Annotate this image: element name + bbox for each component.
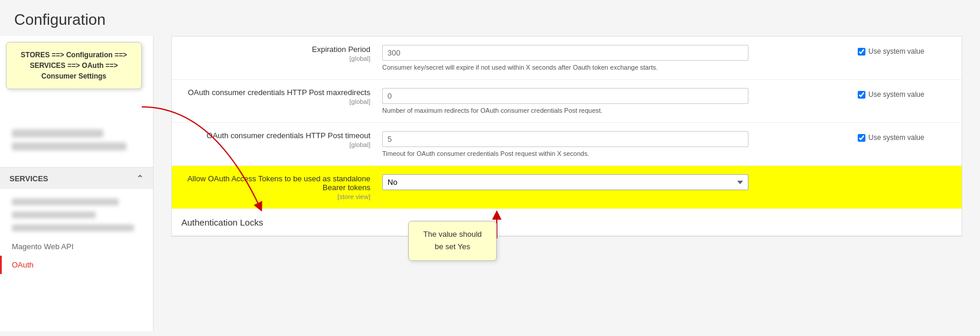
- sidebar-item-magento-web-api[interactable]: Magento Web API: [0, 237, 153, 256]
- use-system-value-expiration: Use system value: [858, 45, 952, 56]
- config-row-expiration: Expiration Period [global] Consumer key/…: [172, 37, 962, 80]
- page-title: Configuration: [0, 0, 980, 36]
- sidebar-tooltip: STORES ==> Configuration ==> SERVICES ==…: [6, 42, 142, 89]
- layout: STORES ==> Configuration ==> SERVICES ==…: [0, 36, 980, 331]
- config-label-expiration: Expiration Period [global]: [181, 45, 382, 62]
- annotation-tooltip-text: The value should be set Yes: [408, 221, 497, 261]
- blurred-item: [12, 211, 96, 218]
- blurred-item: [12, 129, 103, 138]
- use-system-value-bearer: [858, 174, 952, 177]
- config-row-maxredirects: OAuth consumer credentials HTTP Post max…: [172, 80, 962, 123]
- sidebar-section-header: SERVICES ⌃: [0, 168, 153, 189]
- blurred-item: [12, 198, 119, 205]
- blurred-item: [12, 142, 126, 151]
- auth-locks-header: Authentication Locks: [172, 209, 962, 236]
- sidebar-blurred-nav: [0, 119, 153, 161]
- chevron-up-icon: ⌃: [136, 174, 144, 183]
- use-system-value-maxredirects: Use system value: [858, 88, 952, 99]
- use-system-value-timeout: Use system value: [858, 131, 952, 142]
- page-wrapper: Configuration STORES ==> Configuration =…: [0, 0, 980, 331]
- config-label-maxredirects: OAuth consumer credentials HTTP Post max…: [181, 88, 382, 105]
- sidebar-item-oauth[interactable]: OAuth: [0, 256, 153, 274]
- timeout-help: Timeout for OAuth consumer credentials P…: [382, 150, 748, 157]
- sidebar-items: Magento Web API OAuth: [0, 189, 153, 278]
- config-input-maxredirects-col: Number of maximum redirects for OAuth co…: [382, 88, 858, 114]
- maxredirects-input[interactable]: [382, 88, 748, 104]
- annotation-tooltip-bearer: The value should be set Yes: [408, 221, 497, 261]
- bearer-tokens-select[interactable]: No Yes: [382, 174, 748, 190]
- sidebar: STORES ==> Configuration ==> SERVICES ==…: [0, 36, 154, 331]
- main-content: Expiration Period [global] Consumer key/…: [154, 36, 980, 331]
- config-input-timeout-col: Timeout for OAuth consumer credentials P…: [382, 131, 858, 157]
- use-system-value-checkbox-expiration[interactable]: [858, 48, 865, 56]
- auth-locks-wrapper: Authentication Locks The value: [172, 209, 962, 236]
- use-system-value-checkbox-timeout[interactable]: [858, 134, 865, 142]
- maxredirects-help: Number of maximum redirects for OAuth co…: [382, 107, 748, 114]
- use-system-value-checkbox-maxredirects[interactable]: [858, 91, 865, 99]
- config-section: Expiration Period [global] Consumer key/…: [171, 36, 962, 237]
- config-input-expiration-col: Consumer key/secret will expire if not u…: [382, 45, 858, 71]
- timeout-input[interactable]: [382, 131, 748, 147]
- config-label-bearer: Allow OAuth Access Tokens to be used as …: [181, 174, 382, 200]
- sidebar-services-section: SERVICES ⌃ Magento Web API OAuth: [0, 167, 153, 278]
- config-row-bearer-tokens: Allow OAuth Access Tokens to be used as …: [172, 166, 962, 209]
- config-label-timeout: OAuth consumer credentials HTTP Post tim…: [181, 131, 382, 148]
- blurred-item: [12, 224, 134, 231]
- config-input-bearer-col: No Yes: [382, 174, 858, 190]
- expiration-period-input[interactable]: [382, 45, 748, 61]
- expiration-help: Consumer key/secret will expire if not u…: [382, 64, 748, 71]
- config-row-timeout: OAuth consumer credentials HTTP Post tim…: [172, 123, 962, 166]
